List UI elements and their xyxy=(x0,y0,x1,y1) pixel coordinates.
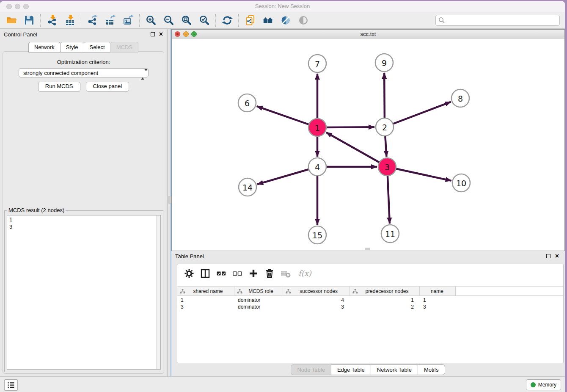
fit-content-button[interactable] xyxy=(178,13,195,28)
criterion-value: strongly connected component xyxy=(23,70,98,76)
export-image-icon xyxy=(123,15,134,26)
save-session-button[interactable] xyxy=(20,13,38,28)
columns-icon xyxy=(200,268,211,279)
mcds-result-title: MCDS result (2 nodes) xyxy=(7,207,66,213)
tab-network[interactable]: Network xyxy=(28,42,61,52)
network-canvas[interactable]: 7968124314101511 xyxy=(172,39,564,251)
table-panel-title: Table Panel xyxy=(175,253,204,259)
close-panel-icon[interactable]: × xyxy=(159,30,163,39)
add-column-button[interactable] xyxy=(248,268,259,279)
cell-predecessor-nodes[interactable]: 2 xyxy=(350,304,420,310)
close-panel-button[interactable]: Close panel xyxy=(86,82,129,92)
column-header-mcds-role[interactable]: MCDS role xyxy=(234,287,283,295)
open-session-button[interactable] xyxy=(3,13,20,28)
node-label-3: 3 xyxy=(385,163,390,172)
mcds-result-box[interactable]: 1 3 xyxy=(7,215,161,370)
zoom-in-button[interactable] xyxy=(142,13,160,28)
function-builder-button[interactable]: f(x) xyxy=(296,268,313,279)
cell-successor-nodes[interactable]: 4 xyxy=(283,297,350,304)
import-network-button[interactable] xyxy=(43,13,61,28)
first-neighbors-button[interactable] xyxy=(259,13,277,28)
edge-2-8[interactable] xyxy=(385,102,451,127)
tab-motifs[interactable]: Motifs xyxy=(418,364,445,375)
table-row[interactable]: 3 dominator 3 2 3 xyxy=(177,304,563,310)
toolbar-separator xyxy=(81,14,82,27)
column-header-predecessor-nodes[interactable]: predecessor nodes xyxy=(350,287,420,295)
edge-3-1[interactable] xyxy=(326,133,387,167)
column-type-icon xyxy=(286,289,291,294)
tab-select[interactable]: Select xyxy=(84,42,111,52)
cell-shared-name[interactable]: 3 xyxy=(177,304,234,310)
cell-mcds-role[interactable]: dominator xyxy=(234,297,283,304)
status-bar: Memory xyxy=(0,376,565,392)
column-header-successor-nodes[interactable]: successor nodes xyxy=(283,287,350,295)
splitter-handle[interactable] xyxy=(168,196,171,204)
select-all-button[interactable] xyxy=(215,268,227,279)
cell-shared-name[interactable]: 1 xyxy=(177,297,234,304)
float-panel-icon[interactable] xyxy=(546,254,550,258)
cell-name[interactable]: 1 xyxy=(420,297,456,304)
details-disabled-icon xyxy=(298,15,309,26)
edge-3-10[interactable] xyxy=(387,167,451,181)
export-image-button[interactable] xyxy=(119,13,137,28)
edge-1-6[interactable] xyxy=(257,106,317,127)
delete-table-button[interactable] xyxy=(280,268,291,279)
tab-mcds[interactable]: MCDS xyxy=(110,42,138,52)
delete-columns-button[interactable] xyxy=(264,268,275,279)
float-panel-icon[interactable] xyxy=(151,32,155,36)
duplicate-network-button[interactable] xyxy=(241,13,259,28)
table-row[interactable]: 1 dominator 4 1 1 xyxy=(177,297,563,304)
task-history-button[interactable] xyxy=(4,379,18,391)
tab-edge-table[interactable]: Edge Table xyxy=(331,364,371,375)
refresh-view-button[interactable] xyxy=(218,13,236,28)
run-mcds-button[interactable]: Run MCDS xyxy=(38,82,80,92)
import-network-icon xyxy=(47,15,58,26)
export-network-button[interactable] xyxy=(84,13,102,28)
node-label-14: 14 xyxy=(242,183,253,192)
cell-mcds-role[interactable]: dominator xyxy=(234,304,283,310)
node-label-1: 1 xyxy=(315,123,320,133)
mcds-result-values: 1 3 xyxy=(7,215,160,231)
search-input[interactable] xyxy=(447,16,558,25)
table-surface: f(x) shared name MCDS role successor nod… xyxy=(177,264,564,363)
column-header-shared-name[interactable]: shared name xyxy=(177,287,234,295)
search-icon xyxy=(438,17,445,24)
import-table-button[interactable] xyxy=(61,13,79,28)
vertical-splitter[interactable] xyxy=(168,29,171,378)
criterion-dropdown[interactable]: strongly connected component xyxy=(19,68,149,77)
hide-graphics-details-button[interactable] xyxy=(277,13,295,28)
column-header-name[interactable]: name xyxy=(420,287,456,295)
control-panel-title: Control Panel xyxy=(4,31,37,38)
application-window: Session: New Session xyxy=(0,1,565,392)
cell-name[interactable]: 3 xyxy=(420,304,456,310)
result-scrollbar[interactable] xyxy=(156,215,160,369)
cell-predecessor-nodes[interactable]: 1 xyxy=(350,297,420,304)
cell-successor-nodes[interactable]: 3 xyxy=(283,304,350,310)
network-frame-title: scc.txt xyxy=(172,31,564,37)
tab-network-table[interactable]: Network Table xyxy=(371,364,418,375)
export-network-icon xyxy=(87,15,98,26)
duplicate-network-icon xyxy=(245,15,256,26)
tab-node-table[interactable]: Node Table xyxy=(291,364,331,375)
show-graphics-details-button[interactable] xyxy=(295,13,312,28)
horizontal-splitter-handle[interactable] xyxy=(365,248,370,250)
node-label-4: 4 xyxy=(315,163,320,172)
zoom-out-button[interactable] xyxy=(160,13,178,28)
memory-label: Memory xyxy=(538,382,556,388)
fx-icon: f(x) xyxy=(296,268,313,279)
deselect-all-button[interactable] xyxy=(231,268,243,279)
table-tabs: Node Table Edge Table Network Table Moti… xyxy=(171,364,565,375)
zoom-selected-button[interactable] xyxy=(195,13,213,28)
fit-content-icon xyxy=(181,15,192,26)
toolbar-separator xyxy=(40,14,41,27)
save-icon xyxy=(24,15,35,26)
tab-style[interactable]: Style xyxy=(60,42,84,52)
show-columns-button[interactable] xyxy=(199,268,211,279)
svg-text:f(x): f(x) xyxy=(298,269,312,278)
trash-icon xyxy=(264,268,275,279)
main-toolbar xyxy=(0,12,565,29)
export-table-button[interactable] xyxy=(102,13,119,28)
close-panel-icon[interactable]: × xyxy=(555,252,559,260)
memory-button[interactable]: Memory xyxy=(526,379,561,390)
table-settings-button[interactable] xyxy=(183,268,195,279)
